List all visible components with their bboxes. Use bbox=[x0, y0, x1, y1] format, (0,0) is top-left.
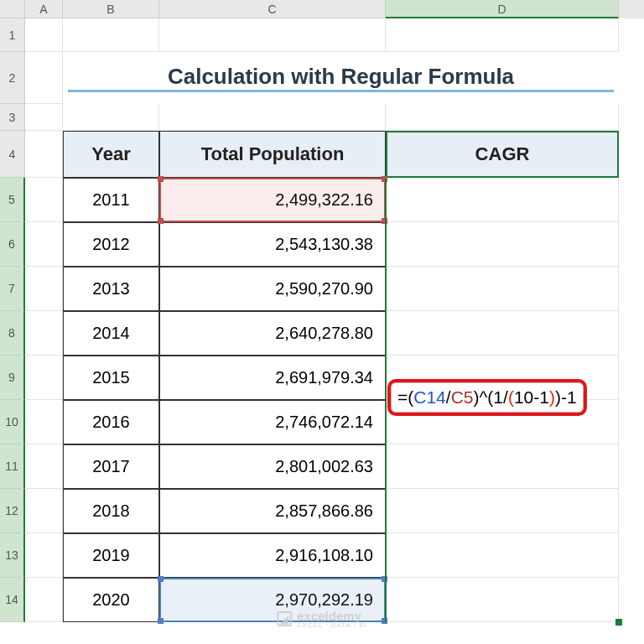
cell-D12[interactable] bbox=[386, 489, 619, 533]
row-header-6[interactable]: 6 bbox=[0, 222, 25, 267]
watermark-logo-icon: ◢ bbox=[277, 611, 292, 626]
header-cagr[interactable]: CAGR bbox=[386, 131, 619, 178]
formula-callout: =(C14/C5)^(1/(10-1))-1 bbox=[387, 379, 587, 416]
cell-D7[interactable] bbox=[386, 267, 619, 311]
cell-C3[interactable] bbox=[159, 104, 386, 131]
cell-D1[interactable] bbox=[386, 18, 619, 52]
cell-C1[interactable] bbox=[159, 18, 386, 52]
spreadsheet: A B C D 1 2 3 4 5 6 7 8 9 10 11 12 13 14 bbox=[0, 0, 644, 644]
page-title: Calculation with Regular Formula bbox=[68, 64, 614, 92]
select-all-corner[interactable] bbox=[0, 0, 25, 18]
cell-A1[interactable] bbox=[25, 18, 63, 52]
cell-D6[interactable] bbox=[386, 222, 619, 267]
fx-minus1: -1 bbox=[561, 387, 577, 407]
cell-C7[interactable]: 2,590,270.90 bbox=[159, 267, 386, 311]
row-header-7[interactable]: 7 bbox=[0, 267, 25, 311]
cell-B12[interactable]: 2018 bbox=[63, 489, 159, 533]
row-header-10[interactable]: 10 bbox=[0, 400, 25, 444]
col-header-A[interactable]: A bbox=[25, 0, 63, 18]
fx-one: 1 bbox=[493, 387, 503, 407]
row-header-11[interactable]: 11 bbox=[0, 444, 25, 489]
fx-ten: 10-1 bbox=[514, 387, 549, 407]
col-header-B[interactable]: B bbox=[63, 0, 159, 18]
row-header-8[interactable]: 8 bbox=[0, 311, 25, 356]
fx-p2: ) bbox=[474, 387, 480, 407]
cell-A11[interactable] bbox=[25, 444, 63, 489]
cell-B3[interactable] bbox=[63, 104, 159, 131]
cell-A6[interactable] bbox=[25, 222, 63, 267]
col-header-C[interactable]: C bbox=[159, 0, 386, 18]
row-header-5[interactable]: 5 bbox=[0, 178, 25, 222]
cell-D13[interactable] bbox=[386, 533, 619, 578]
cell-D5[interactable] bbox=[386, 178, 619, 222]
row-header-4[interactable]: 4 bbox=[0, 131, 25, 178]
cell-B14[interactable]: 2020 bbox=[63, 578, 159, 622]
col-header-D[interactable]: D bbox=[386, 0, 619, 18]
cell-A7[interactable] bbox=[25, 267, 63, 311]
cell-A10[interactable] bbox=[25, 400, 63, 444]
row-header-2[interactable]: 2 bbox=[0, 52, 25, 104]
cell-B1[interactable] bbox=[63, 18, 159, 52]
title-cell[interactable]: Calculation with Regular Formula bbox=[63, 52, 619, 104]
cell-A12[interactable] bbox=[25, 489, 63, 533]
cell-A2[interactable] bbox=[25, 52, 63, 104]
cell-B11[interactable]: 2017 bbox=[63, 444, 159, 489]
header-year[interactable]: Year bbox=[63, 131, 159, 178]
watermark-tag: EXCEL · DATA · BI bbox=[297, 621, 367, 629]
fx-ref-C5: C5 bbox=[451, 387, 474, 407]
cell-A4[interactable] bbox=[25, 131, 63, 178]
row-header-3[interactable]: 3 bbox=[0, 104, 25, 131]
watermark: ◢ exceldemy EXCEL · DATA · BI bbox=[277, 609, 367, 629]
row-header-14[interactable]: 14 bbox=[0, 578, 25, 622]
cell-B9[interactable]: 2015 bbox=[63, 356, 159, 400]
fx-eq: = bbox=[397, 387, 408, 407]
fx-p3: ( bbox=[508, 387, 514, 407]
cell-A8[interactable] bbox=[25, 311, 63, 356]
header-population[interactable]: Total Population bbox=[159, 131, 386, 178]
cell-B5[interactable]: 2011 bbox=[63, 178, 159, 222]
column-headers: A B C D bbox=[0, 0, 644, 18]
cell-D8[interactable] bbox=[386, 311, 619, 356]
cell-D14[interactable] bbox=[386, 578, 619, 622]
fx-p4: ) bbox=[549, 387, 555, 407]
row-headers: 1 2 3 4 5 6 7 8 9 10 11 12 13 14 bbox=[0, 18, 25, 622]
cell-A9[interactable] bbox=[25, 356, 63, 400]
cell-B8[interactable]: 2014 bbox=[63, 311, 159, 356]
cell-C13[interactable]: 2,916,108.10 bbox=[159, 533, 386, 578]
row-header-9[interactable]: 9 bbox=[0, 356, 25, 400]
cell-C6[interactable]: 2,543,130.38 bbox=[159, 222, 386, 267]
row-header-13[interactable]: 13 bbox=[0, 533, 25, 578]
cell-D11[interactable] bbox=[386, 444, 619, 489]
row-header-12[interactable]: 12 bbox=[0, 489, 25, 533]
cell-A13[interactable] bbox=[25, 533, 63, 578]
cell-C9[interactable]: 2,691,979.34 bbox=[159, 356, 386, 400]
cell-D3[interactable] bbox=[386, 104, 619, 131]
grid: Calculation with Regular Formula Year To… bbox=[25, 18, 619, 622]
fx-caret: ^( bbox=[480, 387, 494, 407]
cell-C11[interactable]: 2,801,002.63 bbox=[159, 444, 386, 489]
fx-ref-C14: C14 bbox=[413, 387, 446, 407]
cell-C10[interactable]: 2,746,072.14 bbox=[159, 400, 386, 444]
fill-handle[interactable] bbox=[615, 619, 622, 626]
cell-C5[interactable]: 2,499,322.16 bbox=[159, 178, 386, 222]
fx-p5: ) bbox=[555, 387, 561, 407]
cell-A14[interactable] bbox=[25, 578, 63, 622]
cell-B13[interactable]: 2019 bbox=[63, 533, 159, 578]
cell-B10[interactable]: 2016 bbox=[63, 400, 159, 444]
cell-C8[interactable]: 2,640,278.80 bbox=[159, 311, 386, 356]
cell-A3[interactable] bbox=[25, 104, 63, 131]
cell-C12[interactable]: 2,857,866.86 bbox=[159, 489, 386, 533]
row-header-1[interactable]: 1 bbox=[0, 18, 25, 52]
cell-B7[interactable]: 2013 bbox=[63, 267, 159, 311]
cell-B6[interactable]: 2012 bbox=[63, 222, 159, 267]
cell-A5[interactable] bbox=[25, 178, 63, 222]
